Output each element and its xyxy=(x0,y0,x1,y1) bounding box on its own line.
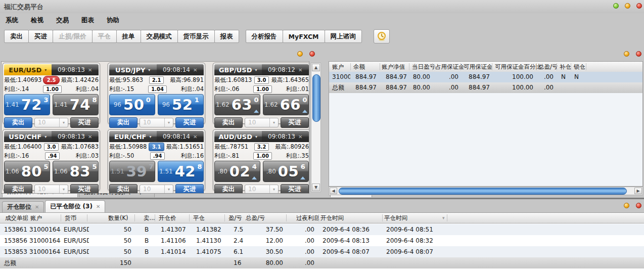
accounts-minimize-icon[interactable] xyxy=(624,51,629,57)
positions-tab-0[interactable]: 开仓部位✕ xyxy=(2,201,44,212)
window-minimize-icon[interactable] xyxy=(613,3,619,9)
position-column-header[interactable]: 账户 xyxy=(30,213,42,223)
accounts-close-icon[interactable] xyxy=(636,51,641,57)
tile-close-icon[interactable]: ✕ xyxy=(88,134,92,140)
position-column-header[interactable]: 货币 xyxy=(65,213,76,223)
buy-button[interactable]: 买进 xyxy=(70,184,99,194)
pair-label[interactable]: USD/JPY▾ xyxy=(109,64,157,75)
position-column-header[interactable]: 开仓价 xyxy=(159,213,176,223)
amount-dropdown-icon[interactable]: ▾ xyxy=(59,118,68,127)
account-row[interactable]: 3100016442884.97884.9780.00.00884.97100.… xyxy=(329,72,642,82)
buy-price-button[interactable]: 96521 xyxy=(158,94,204,115)
toolbar-entry-order-button[interactable]: 挂单 xyxy=(116,30,141,43)
pair-label[interactable]: GBP/USD▾ xyxy=(214,64,262,75)
sell-price-button[interactable]: 1.41723 xyxy=(4,94,50,115)
pair-dropdown-icon[interactable]: ▾ xyxy=(255,134,257,139)
account-column-header[interactable]: 占用保证金 xyxy=(435,62,465,72)
buy-button[interactable]: 买进 xyxy=(281,117,309,128)
clock-button[interactable] xyxy=(374,29,390,43)
amount-dropdown-icon[interactable]: ▾ xyxy=(164,118,173,127)
tile-close-icon[interactable]: ✕ xyxy=(88,67,92,73)
buy-price-button[interactable]: .80056 xyxy=(263,161,309,182)
position-column-header[interactable]: 卖... xyxy=(144,213,155,223)
buy-button[interactable]: 买进 xyxy=(70,117,99,128)
toolbar-analysis-report-button[interactable]: 分析报告 xyxy=(246,30,283,43)
position-column-header[interactable]: 平仓 xyxy=(193,213,205,223)
quotes-close-icon[interactable] xyxy=(309,51,315,57)
positions-tab-close-icon[interactable]: ✕ xyxy=(35,204,39,210)
amount-select[interactable]: 10▾ xyxy=(245,185,279,194)
toolbar-currency-display-button[interactable]: 货币显示 xyxy=(177,30,215,43)
amount-select[interactable]: 10▾ xyxy=(140,185,173,194)
amount-dropdown-icon[interactable]: ▾ xyxy=(269,185,278,194)
amount-dropdown-icon[interactable]: ▾ xyxy=(59,185,68,194)
menu-trade[interactable]: 交易 xyxy=(52,15,73,26)
sell-button[interactable]: 卖出 xyxy=(4,117,32,128)
scroll-down-button[interactable]: ▼ xyxy=(312,184,320,191)
account-column-header[interactable]: 账户净值 xyxy=(382,62,405,72)
menu-view[interactable]: 检视 xyxy=(26,15,48,26)
vertical-scroll-thumb[interactable] xyxy=(312,74,320,122)
account-total-row[interactable]: 总额884.97884.9780.00.00884.97100.00.00 xyxy=(329,82,642,93)
scroll-up-button[interactable]: ▲ xyxy=(312,64,320,71)
buy-button[interactable]: 买进 xyxy=(175,117,204,128)
window-restore-icon[interactable] xyxy=(625,3,630,9)
position-total-row[interactable]: 总额1501680.00.00 xyxy=(0,257,644,268)
pair-dropdown-icon[interactable]: ▾ xyxy=(44,68,47,72)
amount-select[interactable]: 10▾ xyxy=(34,185,68,194)
scroll-left-button[interactable]: ◀ xyxy=(330,188,337,194)
account-column-header[interactable]: 账户 xyxy=(332,62,344,72)
sell-price-button[interactable]: 1.51397 xyxy=(109,161,155,182)
account-column-header[interactable]: 可用保证金 xyxy=(464,62,493,72)
position-row[interactable]: 153853763100016442EUR/USD50B1.410141.410… xyxy=(0,246,644,257)
tile-close-icon[interactable]: ✕ xyxy=(193,134,197,140)
position-column-header[interactable]: 成交单据 xyxy=(5,213,28,223)
buy-price-button[interactable]: 1.06835 xyxy=(53,161,99,182)
position-row[interactable]: 153861293100016442EUR/USD50B1.413071.413… xyxy=(0,224,644,235)
window-close-icon[interactable] xyxy=(636,3,642,9)
tile-close-icon[interactable]: ✕ xyxy=(298,134,302,140)
position-column-header[interactable]: 平仓时间 xyxy=(384,213,407,223)
menu-chart[interactable]: 图表 xyxy=(77,15,99,26)
pair-dropdown-icon[interactable]: ▾ xyxy=(255,68,257,72)
pair-dropdown-icon[interactable]: ▾ xyxy=(44,134,47,139)
position-column-header[interactable]: 盈/亏 xyxy=(228,213,242,223)
toolbar-report-button[interactable]: 报表 xyxy=(214,30,239,43)
position-column-header[interactable]: 过夜利息 xyxy=(296,213,319,223)
amount-select[interactable]: 10▾ xyxy=(34,118,68,127)
pair-label[interactable]: USD/CHF▾ xyxy=(4,131,52,142)
pair-label[interactable]: EUR/USD▾ xyxy=(4,64,52,75)
toolbar-buy-button[interactable]: 买进 xyxy=(28,30,53,43)
tile-close-icon[interactable]: ✕ xyxy=(193,67,197,73)
sort-indicator-icon[interactable]: ▾ xyxy=(442,215,445,220)
account-column-header[interactable]: 总盈/亏 xyxy=(538,62,558,72)
sell-price-button[interactable]: .80024 xyxy=(214,161,260,182)
account-column-header[interactable]: 可用保证金百分比 xyxy=(495,62,541,72)
sell-button[interactable]: 卖出 xyxy=(4,184,32,194)
scroll-right-button[interactable]: ▶ xyxy=(634,188,642,194)
horizontal-scroll-thumb[interactable] xyxy=(339,188,627,195)
pair-label[interactable]: AUD/USD▾ xyxy=(214,131,262,142)
buy-price-button[interactable]: 1.62660 xyxy=(263,94,309,115)
amount-select[interactable]: 10▾ xyxy=(245,118,279,127)
pair-dropdown-icon[interactable]: ▾ xyxy=(148,68,150,72)
sell-price-button[interactable]: 1.62630 xyxy=(214,94,260,115)
sell-button[interactable]: 卖出 xyxy=(109,184,137,194)
toolbar-trade-mode-button[interactable]: 交易模式 xyxy=(141,30,178,43)
sell-price-button[interactable]: 96500 xyxy=(109,94,155,115)
toolbar-myfxcm-button[interactable]: MyFXCM xyxy=(283,30,325,43)
menu-help[interactable]: 协助 xyxy=(102,15,124,26)
account-column-header[interactable]: 余额 xyxy=(353,62,365,72)
position-column-header[interactable]: 开仓时间 xyxy=(320,213,344,223)
sell-button[interactable]: 卖出 xyxy=(214,184,243,194)
account-column-header[interactable]: 锁仓 xyxy=(574,62,585,72)
positions-minimize-icon[interactable] xyxy=(624,203,629,208)
buy-button[interactable]: 买进 xyxy=(281,184,309,194)
sell-button[interactable]: 卖出 xyxy=(214,117,243,128)
account-column-header[interactable]: 补仓 xyxy=(560,62,571,72)
position-row[interactable]: 153856703100016442EUR/USD50B1.411061.411… xyxy=(0,235,644,246)
pair-dropdown-icon[interactable]: ▾ xyxy=(149,134,151,139)
pair-label[interactable]: EUR/CHF▾ xyxy=(109,131,157,142)
positions-close-icon[interactable] xyxy=(636,203,641,208)
sell-button[interactable]: 卖出 xyxy=(109,117,137,128)
